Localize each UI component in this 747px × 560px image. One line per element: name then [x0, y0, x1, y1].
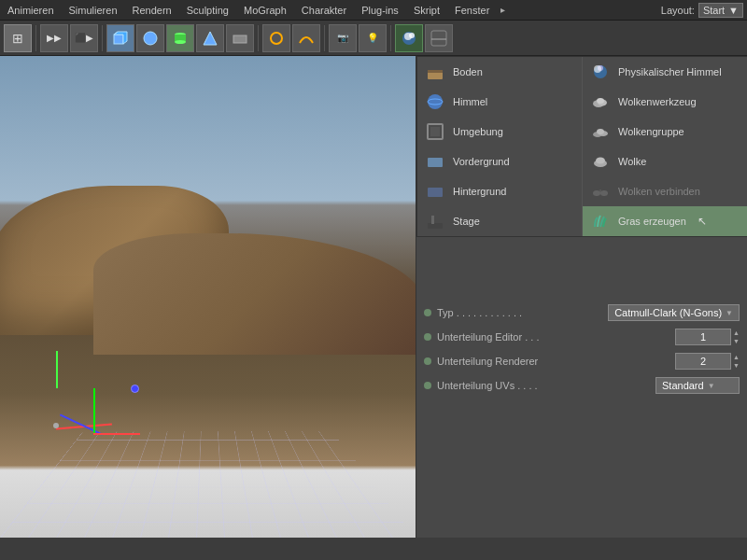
prop-dropdown-uvs[interactable]: Standard ▼ — [655, 377, 740, 394]
menu-label-vordergrund: Vordergrund — [453, 156, 510, 167]
svg-point-12 — [404, 33, 412, 40]
stage-icon — [425, 211, 445, 231]
menu-item-vordergrund[interactable]: Vordergrund — [417, 147, 582, 176]
phys-himmel-icon — [590, 62, 611, 82]
separator-3 — [258, 25, 259, 51]
spin-up-renderer[interactable]: ▲ — [733, 353, 740, 361]
svg-rect-22 — [428, 188, 443, 197]
menu-label-wolke: Wolke — [618, 156, 646, 167]
axis-y-line — [56, 351, 58, 388]
wolke-icon — [590, 151, 611, 172]
spin-down-renderer[interactable]: ▼ — [733, 361, 740, 370]
svg-point-9 — [271, 33, 282, 44]
menu-col-right: Physikalischer Himmel Wolkenwerkzeug — [583, 57, 747, 236]
menu-label-gras-erzeugen: Gras erzeugen — [618, 216, 686, 227]
prop-spinner-editor[interactable]: ▲ ▼ — [733, 329, 740, 345]
umgebung-icon — [425, 121, 445, 142]
separator-2 — [102, 25, 103, 51]
tool-camera[interactable]: 📷 — [329, 24, 357, 52]
svg-rect-21 — [428, 158, 443, 167]
menu-label-umgebung: Umgebung — [453, 126, 503, 137]
viewport[interactable] — [0, 56, 416, 538]
prop-value-renderer[interactable]: 2 ▲ ▼ — [675, 353, 740, 370]
menu-label-phys-himmel: Physikalischer Himmel — [618, 66, 722, 77]
menu-item-wolke[interactable]: Wolke — [583, 147, 747, 176]
handle-dot[interactable] — [131, 385, 139, 393]
menu-plugins[interactable]: Plug-ins — [358, 3, 402, 18]
menu-label-stage: Stage — [453, 216, 480, 227]
menu-item-boden[interactable]: Boden — [417, 57, 582, 87]
main-toolbar: ⊞ ▶▶ ⬛▶ 📷 💡 — [0, 21, 747, 56]
layout-section: Layout: Start ▼ — [661, 3, 743, 18]
menu-fenster[interactable]: Fenster — [451, 3, 493, 18]
menu-bar: Animieren Simulieren Rendern Sculpting M… — [0, 0, 747, 21]
axis-origin — [53, 423, 59, 428]
spin-up-editor[interactable]: ▲ — [733, 329, 740, 337]
menu-skript[interactable]: Skript — [410, 3, 444, 18]
menu-rendern[interactable]: Rendern — [129, 3, 176, 18]
svg-point-37 — [600, 190, 608, 196]
prop-dropdown-typ[interactable]: Catmull-Clark (N-Gons) ▼ — [608, 304, 740, 321]
menu-mograph[interactable]: MoGraph — [240, 3, 290, 18]
cursor-icon: ↖ — [698, 215, 707, 228]
menu-sculpting[interactable]: Sculpting — [183, 3, 233, 18]
menu-item-umgebung[interactable]: Umgebung — [417, 117, 582, 147]
menu-item-hintergrund[interactable]: Hintergrund — [417, 176, 582, 206]
menu-label-hintergrund: Hintergrund — [453, 186, 506, 197]
renderer-val: 2 — [700, 356, 706, 367]
tool-spline[interactable] — [292, 24, 320, 52]
prop-input-renderer[interactable]: 2 — [675, 353, 731, 370]
menu-item-wolken-verbinden[interactable]: Wolken verbinden — [583, 176, 747, 206]
svg-rect-20 — [430, 127, 440, 136]
prop-value-editor[interactable]: 1 ▲ ▼ — [675, 329, 740, 345]
prop-input-editor[interactable]: 1 — [675, 329, 731, 345]
prop-row-typ: Typ . . . . . . . . . . . . Catmull-Clar… — [416, 301, 747, 325]
boden-icon — [425, 62, 445, 82]
tool-sphere[interactable] — [136, 24, 164, 52]
menu-simulieren[interactable]: Simulieren — [65, 3, 121, 18]
svg-marker-7 — [204, 32, 217, 45]
layout-dropdown[interactable]: Start ▼ — [698, 3, 743, 18]
svg-point-18 — [428, 99, 443, 105]
tool-keyframe[interactable]: ⬛▶ — [70, 24, 98, 52]
spin-down-editor[interactable]: ▼ — [733, 337, 740, 345]
prop-value-typ[interactable]: Catmull-Clark (N-Gons) ▼ — [608, 304, 740, 321]
svg-point-33 — [597, 129, 604, 134]
tool-env[interactable] — [425, 24, 453, 52]
tool-sky[interactable] — [395, 24, 423, 52]
prop-row-editor: Unterteilung Editor . . . 1 ▲ ▼ — [416, 325, 747, 349]
prop-row-renderer: Unterteilung Renderer 2 ▲ ▼ — [416, 349, 747, 373]
prop-dot-editor — [424, 333, 431, 341]
wolken-verbinden-icon — [590, 181, 611, 202]
menu-label-boden: Boden — [453, 66, 483, 77]
wolkengruppe-icon — [590, 121, 611, 142]
gras-erzeugen-icon — [590, 211, 611, 231]
tool-cube[interactable] — [106, 24, 134, 52]
tool-mode[interactable]: ⊞ — [4, 24, 32, 52]
menu-charakter[interactable]: Charakter — [298, 3, 350, 18]
tool-plane[interactable] — [226, 24, 254, 52]
prop-spinner-renderer[interactable]: ▲ ▼ — [733, 353, 740, 370]
svg-rect-16 — [428, 70, 443, 73]
prop-dropdown-uvs-value: Standard — [662, 380, 704, 391]
prop-value-uvs[interactable]: Standard ▼ — [655, 377, 740, 394]
svg-rect-8 — [233, 35, 247, 43]
tool-cone[interactable] — [196, 24, 224, 52]
menu-label-wolken-verbinden: Wolken verbinden — [618, 186, 700, 197]
svg-rect-24 — [431, 216, 434, 224]
menu-item-stage[interactable]: Stage — [417, 206, 582, 236]
menu-item-wolkengruppe[interactable]: Wolkengruppe — [583, 117, 747, 147]
menu-item-gras-erzeugen[interactable]: Gras erzeugen ↖ — [583, 206, 747, 236]
dropdown-arrow-icon: ▼ — [726, 309, 733, 317]
tool-light[interactable]: 💡 — [359, 24, 387, 52]
menu-item-wolkenwerkzeug[interactable]: Wolkenwerkzeug — [583, 87, 747, 117]
svg-point-35 — [596, 158, 605, 164]
uvs-dropdown-arrow-icon: ▼ — [708, 382, 715, 390]
menu-animieren[interactable]: Animieren — [4, 3, 58, 18]
menu-item-himmel[interactable]: Himmel — [417, 87, 582, 117]
tool-circle[interactable] — [262, 24, 290, 52]
prop-label-uvs: Unterteilung UVs . . . . — [437, 380, 655, 391]
tool-cylinder[interactable] — [166, 24, 194, 52]
tool-play[interactable]: ▶▶ — [40, 24, 68, 52]
menu-item-phys-himmel[interactable]: Physikalischer Himmel — [583, 57, 747, 87]
